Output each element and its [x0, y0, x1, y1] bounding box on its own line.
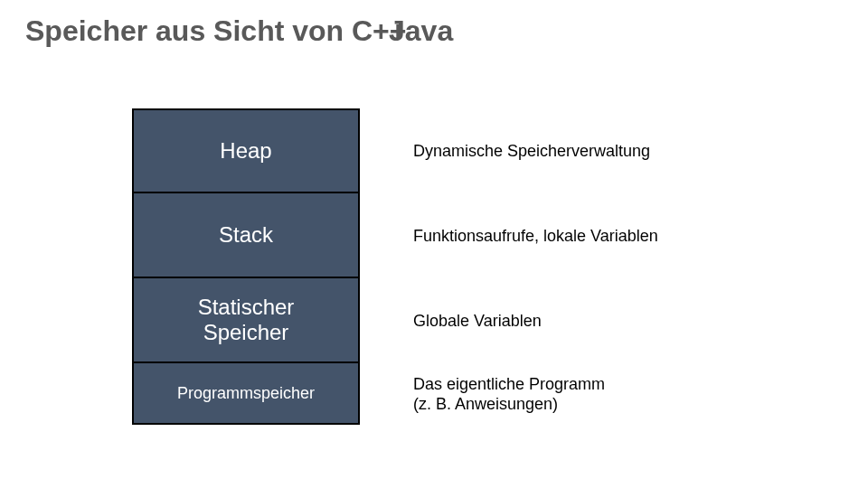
memory-cell-stack: Stack — [132, 193, 360, 278]
desc-heap-text: Dynamische Speicherverwaltung — [413, 142, 650, 161]
title-tech-java: Java — [389, 14, 453, 48]
desc-heap: Dynamische Speicherverwaltung — [413, 108, 793, 193]
desc-static: Globale Variablen — [413, 278, 793, 363]
desc-stack: Funktionsaufrufe, lokale Variablen — [413, 193, 793, 278]
memory-cell-heap: Heap — [132, 108, 360, 193]
title-prefix: Speicher aus Sicht von — [25, 14, 352, 47]
memory-cell-program: Programmspeicher — [132, 363, 360, 425]
memory-stack-diagram: Heap Stack Statischer Speicher Programms… — [132, 108, 360, 425]
memory-cell-program-label: Programmspeicher — [177, 384, 315, 403]
memory-cell-heap-label: Heap — [220, 138, 271, 164]
desc-static-text: Globale Variablen — [413, 312, 542, 331]
desc-stack-text: Funktionsaufrufe, lokale Variablen — [413, 227, 658, 246]
memory-cell-stack-label: Stack — [219, 222, 273, 248]
memory-cell-static: Statischer Speicher — [132, 278, 360, 363]
desc-program-text: Das eigentliche Programm (z. B. Anweisun… — [413, 374, 605, 415]
slide: Speicher aus Sicht von C++ Java Heap Sta… — [0, 0, 868, 488]
slide-title: Speicher aus Sicht von C++ Java — [25, 14, 406, 48]
memory-cell-static-label: Statischer Speicher — [198, 295, 295, 344]
desc-program: Das eigentliche Programm (z. B. Anweisun… — [413, 363, 793, 425]
memory-descriptions: Dynamische Speicherverwaltung Funktionsa… — [413, 108, 793, 425]
